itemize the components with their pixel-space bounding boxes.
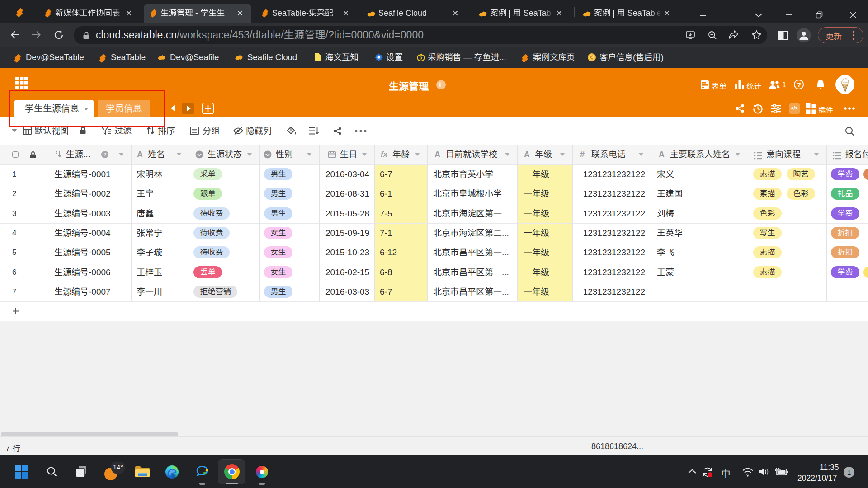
svg-text:?: ? xyxy=(104,152,107,157)
svg-text:14°: 14° xyxy=(113,464,123,471)
